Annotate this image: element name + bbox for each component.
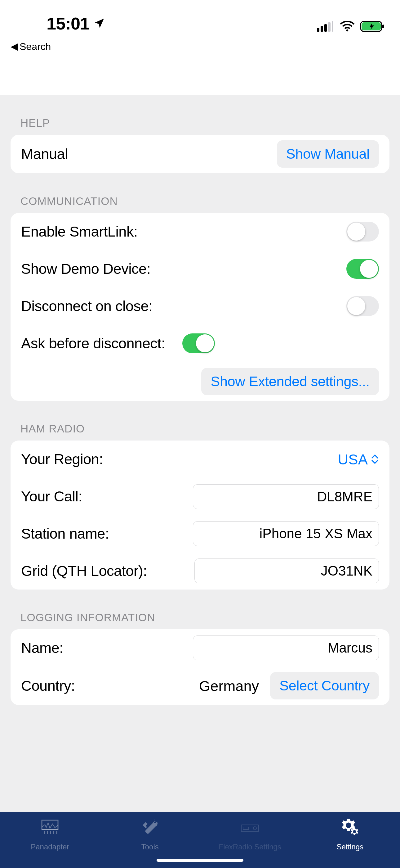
status-time: 15:01 — [46, 13, 89, 34]
wifi-icon — [340, 21, 355, 33]
tab-panadapter[interactable]: Panadapter — [0, 818, 100, 851]
flexradio-icon — [240, 818, 260, 840]
logging-country-row: Country: Germany Select Country — [21, 666, 379, 705]
tab-flexradio-label: FlexRadio Settings — [219, 842, 281, 851]
help-card: Manual Show Manual — [10, 135, 390, 173]
status-right — [215, 21, 385, 34]
grid-locator-label: Grid (QTH Locator): — [21, 562, 194, 580]
region-row: Your Region: USA — [21, 440, 379, 478]
show-demo-device-label: Show Demo Device: — [21, 260, 346, 278]
cellular-signal-icon — [317, 21, 334, 33]
nav-back-label: Search — [20, 41, 51, 53]
enable-smartlink-toggle[interactable] — [346, 222, 379, 242]
show-extended-settings-button[interactable]: Show Extended settings... — [201, 368, 379, 395]
show-demo-device-toggle[interactable] — [346, 259, 379, 279]
section-header-ham-radio: HAM RADIO — [0, 401, 400, 440]
logging-name-label: Name: — [21, 639, 193, 657]
svg-point-17 — [253, 827, 257, 830]
tab-settings[interactable]: Settings — [300, 818, 400, 851]
section-header-communication: COMMUNICATION — [0, 173, 400, 213]
communication-card: Enable SmartLink: Show Demo Device: Disc… — [10, 213, 390, 401]
grid-locator-input[interactable] — [194, 558, 379, 583]
logging-country-label: Country: — [21, 677, 84, 695]
svg-rect-0 — [317, 28, 320, 32]
enable-smartlink-row: Enable SmartLink: — [21, 213, 379, 250]
svg-rect-8 — [382, 25, 384, 28]
disconnect-on-close-label: Disconnect on close: — [21, 297, 346, 315]
your-call-label: Your Call: — [21, 487, 193, 506]
tab-bar: Panadapter Tools FlexRadio Settings — [0, 812, 400, 868]
chevron-up-down-icon — [371, 454, 379, 464]
ask-before-disconnect-toggle[interactable] — [182, 333, 215, 353]
ask-before-disconnect-row: Ask before disconnect: — [21, 325, 379, 362]
tab-tools-label: Tools — [141, 842, 159, 851]
svg-rect-16 — [241, 825, 259, 832]
station-name-label: Station name: — [21, 525, 193, 543]
grid-locator-row: Grid (QTH Locator): — [21, 552, 379, 590]
show-manual-button[interactable]: Show Manual — [277, 140, 379, 168]
station-name-input[interactable] — [193, 521, 379, 546]
back-chevron-icon: ◀ — [10, 41, 18, 51]
svg-point-5 — [346, 30, 348, 31]
tab-flexradio-settings[interactable]: FlexRadio Settings — [200, 818, 300, 851]
section-header-help: HELP — [0, 95, 400, 135]
logging-country-value: Germany — [199, 677, 263, 694]
nav-back[interactable]: ◀ Search — [0, 37, 400, 56]
your-call-input[interactable] — [193, 484, 379, 509]
svg-rect-1 — [321, 26, 323, 32]
select-country-button[interactable]: Select Country — [270, 672, 379, 700]
svg-rect-18 — [243, 827, 249, 830]
region-select[interactable]: USA — [338, 451, 379, 468]
extended-settings-row: Show Extended settings... — [21, 362, 379, 401]
logging-card: Name: Country: Germany Select Country — [10, 629, 390, 705]
show-demo-device-row: Show Demo Device: — [21, 250, 379, 287]
panadapter-icon — [40, 818, 60, 840]
svg-rect-2 — [324, 24, 327, 32]
ham-radio-card: Your Region: USA Your Call: Station name… — [10, 440, 390, 590]
status-time-group: 15:01 — [15, 13, 215, 34]
logging-name-input[interactable] — [193, 636, 379, 660]
header-spacer — [0, 56, 400, 95]
svg-rect-4 — [332, 21, 333, 32]
section-header-logging: LOGGING INFORMATION — [0, 590, 400, 629]
station-name-row: Station name: — [21, 515, 379, 552]
ask-before-disconnect-label: Ask before disconnect: — [21, 334, 182, 353]
enable-smartlink-label: Enable SmartLink: — [21, 223, 346, 241]
manual-label: Manual — [21, 145, 277, 163]
status-bar: 15:01 — [0, 0, 400, 37]
gear-icon — [340, 818, 360, 840]
battery-charging-icon — [360, 21, 385, 34]
tab-tools[interactable]: Tools — [100, 818, 200, 851]
disconnect-on-close-row: Disconnect on close: — [21, 287, 379, 325]
tab-settings-label: Settings — [336, 842, 363, 851]
disconnect-on-close-toggle[interactable] — [346, 296, 379, 316]
logging-name-row: Name: — [21, 629, 379, 666]
region-label: Your Region: — [21, 450, 338, 468]
your-call-row: Your Call: — [21, 478, 379, 515]
region-value: USA — [338, 451, 368, 468]
svg-rect-3 — [328, 22, 331, 32]
tab-panadapter-label: Panadapter — [31, 842, 69, 851]
settings-content: HELP Manual Show Manual COMMUNICATION En… — [0, 95, 400, 812]
tools-icon — [140, 818, 160, 840]
home-indicator[interactable] — [157, 859, 243, 862]
location-arrow-icon — [93, 13, 105, 34]
manual-row: Manual Show Manual — [21, 135, 379, 173]
